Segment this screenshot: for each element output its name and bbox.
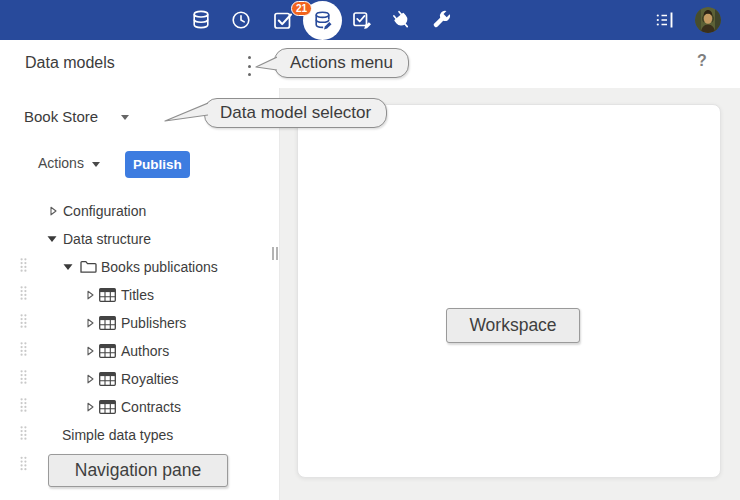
caret-collapsed-icon[interactable] <box>87 318 94 328</box>
help-icon[interactable]: ? <box>694 52 710 70</box>
drag-handle-icon[interactable] <box>20 342 27 361</box>
table-icon <box>99 316 116 330</box>
workspace-canvas[interactable] <box>297 104 721 478</box>
caret-expanded-icon[interactable] <box>47 236 57 243</box>
tree-item-simple-data-types[interactable]: Simple data types <box>0 421 272 449</box>
table-icon <box>99 372 116 386</box>
caret-collapsed-icon[interactable] <box>87 402 94 412</box>
drag-handle-icon[interactable] <box>20 426 27 445</box>
integrations-plug-icon[interactable] <box>384 3 418 37</box>
database-icon[interactable] <box>189 8 213 32</box>
user-avatar[interactable] <box>695 7 721 33</box>
tree-item-label: Data structure <box>63 231 151 247</box>
chevron-down-icon <box>92 162 100 167</box>
navigation-tree: Configuration Data structure Books publi… <box>0 197 272 449</box>
annotation-navigation-pane: Navigation pane <box>48 454 228 487</box>
data-model-selector-dropdown[interactable]: Book Store <box>24 108 129 125</box>
tree-item-configuration[interactable]: Configuration <box>0 197 272 225</box>
table-icon <box>99 344 116 358</box>
table-icon <box>99 400 116 414</box>
tree-item-label: Publishers <box>121 315 186 331</box>
tree-item-label: Royalties <box>121 371 179 387</box>
caret-collapsed-icon[interactable] <box>87 346 94 356</box>
tree-item-label: Authors <box>121 343 169 359</box>
actions-dropdown-button[interactable]: Actions <box>38 155 100 171</box>
caret-collapsed-icon[interactable] <box>87 374 94 384</box>
notification-badge: 21 <box>291 1 312 16</box>
pane-divider <box>279 88 280 500</box>
drag-handle-icon[interactable] <box>20 258 27 277</box>
top-navigation-bar: 21 <box>0 0 740 40</box>
tree-item-titles[interactable]: Titles <box>0 281 272 309</box>
app-window: 21 Data models ? Book Store Actions <box>0 0 740 500</box>
tree-item-books-publications[interactable]: Books publications <box>0 253 272 281</box>
panel-list-icon[interactable] <box>652 8 676 32</box>
drag-handle-icon[interactable] <box>20 286 27 305</box>
tree-item-label: Titles <box>121 287 154 303</box>
drag-handle-icon[interactable] <box>20 456 27 475</box>
annotation-data-model-selector: Data model selector <box>204 98 387 128</box>
annotation-workspace: Workspace <box>446 308 580 343</box>
actions-kebab-menu-icon[interactable] <box>243 56 255 76</box>
tree-item-label: Configuration <box>63 203 146 219</box>
tree-item-label: Books publications <box>101 259 218 275</box>
caret-expanded-icon[interactable] <box>63 264 73 271</box>
annotation-label: Actions menu <box>290 53 393 73</box>
clock-icon[interactable] <box>229 8 253 32</box>
drag-handle-icon[interactable] <box>20 398 27 417</box>
tree-item-publishers[interactable]: Publishers <box>0 309 272 337</box>
annotation-label: Navigation pane <box>75 460 201 481</box>
folder-icon <box>80 260 97 274</box>
page-title: Data models <box>25 54 115 72</box>
caret-collapsed-icon[interactable] <box>50 206 57 216</box>
form-edit-icon[interactable] <box>350 8 374 32</box>
actions-label: Actions <box>38 155 84 171</box>
pane-resize-handle[interactable] <box>272 247 278 260</box>
drag-handle-icon[interactable] <box>20 370 27 389</box>
annotation-label: Data model selector <box>220 103 371 123</box>
tree-item-royalties[interactable]: Royalties <box>0 365 272 393</box>
drag-handle-icon[interactable] <box>20 314 27 333</box>
chevron-down-icon <box>121 115 129 120</box>
data-model-name: Book Store <box>24 108 98 125</box>
tree-item-authors[interactable]: Authors <box>0 337 272 365</box>
annotation-label: Workspace <box>469 315 556 336</box>
table-icon <box>99 288 116 302</box>
tree-item-label: Contracts <box>121 399 181 415</box>
tree-item-contracts[interactable]: Contracts <box>0 393 272 421</box>
tree-item-data-structure[interactable]: Data structure <box>0 225 272 253</box>
tools-wrench-icon[interactable] <box>429 8 453 32</box>
publish-button[interactable]: Publish <box>125 151 190 178</box>
caret-collapsed-icon[interactable] <box>87 290 94 300</box>
annotation-actions-menu: Actions menu <box>274 48 409 78</box>
tree-item-label: Simple data types <box>62 427 173 443</box>
